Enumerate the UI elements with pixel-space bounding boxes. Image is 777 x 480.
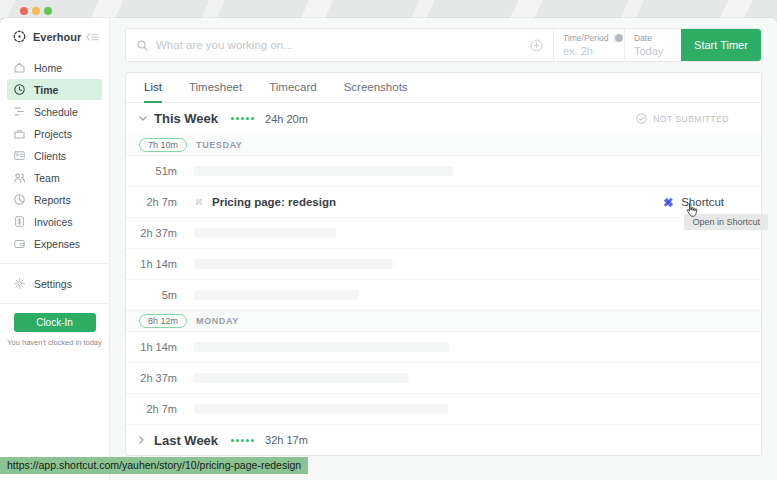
entry-placeholder-bar <box>194 373 409 383</box>
entry-duration: 5m <box>139 289 177 301</box>
sidebar-item-schedule[interactable]: Schedule <box>7 101 102 122</box>
time-period-toggle[interactable] <box>614 33 615 43</box>
clients-icon <box>13 149 26 162</box>
time-entry-row[interactable]: 2h 37m <box>126 217 761 248</box>
tab-timecard[interactable]: Timecard <box>269 73 317 103</box>
sidebar-divider <box>0 303 109 304</box>
entry-duration: 2h 7m <box>139 403 177 415</box>
sidebar-item-label: Time <box>34 84 58 96</box>
clock-in-note: You haven't clocked in today <box>0 338 109 347</box>
sidebar-item-projects[interactable]: Projects <box>7 123 102 144</box>
entry-placeholder-bar <box>194 342 449 352</box>
start-timer-button[interactable]: Start Timer <box>681 29 761 61</box>
team-icon <box>13 171 26 184</box>
entry-duration: 1h 14m <box>139 258 177 270</box>
day-header-monday: 8h 12m MONDAY <box>126 310 761 331</box>
sidebar-item-reports[interactable]: Reports <box>7 189 102 210</box>
brand: Everhour <box>0 30 109 43</box>
tab-screenshots[interactable]: Screenshots <box>344 73 408 103</box>
week-activity-dots <box>231 439 256 442</box>
view-tabs: List Timesheet Timecard Screenshots <box>126 73 761 103</box>
day-name: TUESDAY <box>196 140 242 150</box>
timer-toolbar: Time/Period ex. 2h Date Today Start Time… <box>125 28 762 62</box>
sidebar: Everhour Home Time Schedule Projects <box>0 18 110 480</box>
mouse-cursor-hand-icon <box>685 202 700 223</box>
chevron-right-icon <box>139 436 147 444</box>
search-icon <box>136 39 149 52</box>
sidebar-item-team[interactable]: Team <box>7 167 102 188</box>
day-name: MONDAY <box>196 316 239 326</box>
time-entry-row[interactable]: 51m <box>126 155 761 186</box>
clock-in-button[interactable]: Clock-In <box>14 313 96 332</box>
clock-icon <box>13 83 26 96</box>
entry-placeholder-bar <box>194 290 359 300</box>
time-entry-row[interactable]: 5m <box>126 279 761 310</box>
time-period-field[interactable]: Time/Period ex. 2h <box>554 29 624 61</box>
entry-duration: 1h 14m <box>139 341 177 353</box>
sidebar-item-clients[interactable]: Clients <box>7 145 102 166</box>
entry-placeholder-bar <box>194 228 336 238</box>
task-search-input[interactable] <box>156 39 530 51</box>
sidebar-item-label: Home <box>34 62 62 74</box>
tab-timesheet[interactable]: Timesheet <box>189 73 242 103</box>
time-entry-row[interactable]: 2h 7m <box>126 393 761 424</box>
date-label: Date <box>634 33 652 43</box>
browser-status-url: https://app.shortcut.com/yauhen/story/10… <box>0 457 308 474</box>
sidebar-item-label: Clients <box>34 150 66 162</box>
sidebar-item-label: Reports <box>34 194 71 206</box>
entry-placeholder-bar <box>194 166 453 176</box>
circle-check-icon <box>635 112 648 125</box>
sidebar-item-invoices[interactable]: Invoices <box>7 211 102 232</box>
week-title: Last Week <box>154 433 218 448</box>
sidebar-item-settings[interactable]: Settings <box>7 273 102 294</box>
week-total: 32h 17m <box>265 434 308 446</box>
time-period-label: Time/Period <box>563 33 609 43</box>
close-window-button[interactable] <box>20 7 28 15</box>
time-entry-row[interactable]: 1h 14m <box>126 248 761 279</box>
sidebar-item-expenses[interactable]: Expenses <box>7 233 102 254</box>
week-group-last-week[interactable]: Last Week 32h 17m <box>126 424 761 455</box>
sidebar-item-time[interactable]: Time <box>7 79 102 100</box>
gear-icon <box>13 277 26 290</box>
day-header-tuesday: 7h 10m TUESDAY <box>126 134 761 155</box>
time-entry-row[interactable]: 1h 14m <box>126 331 761 362</box>
everhour-logo-icon <box>13 30 26 43</box>
entry-duration: 2h 7m <box>139 196 177 208</box>
shortcut-story-icon-muted <box>194 197 204 207</box>
time-list-card: List Timesheet Timecard Screenshots This… <box>125 72 762 456</box>
day-total-badge: 8h 12m <box>139 314 187 328</box>
date-value[interactable]: Today <box>634 45 672 57</box>
sidebar-item-label: Projects <box>34 128 72 140</box>
shortcut-logo-icon <box>662 196 675 209</box>
invoices-icon <box>13 215 26 228</box>
home-icon <box>13 61 26 74</box>
zoom-window-button[interactable] <box>44 7 52 15</box>
minimize-window-button[interactable] <box>32 7 40 15</box>
sidebar-nav: Home Time Schedule Projects Clients Team <box>0 57 109 304</box>
time-entry-row[interactable]: 2h 37m <box>126 362 761 393</box>
expenses-icon <box>13 237 26 250</box>
collapse-sidebar-icon[interactable] <box>86 30 99 43</box>
sidebar-item-home[interactable]: Home <box>7 57 102 78</box>
entry-title: Pricing page: redesign <box>212 196 336 208</box>
toggle-knob <box>615 34 623 42</box>
time-entry-row-pricing-page[interactable]: 2h 7m Pricing page: redesign Shortcut Op… <box>126 186 761 217</box>
entry-placeholder-bar <box>194 259 393 269</box>
time-input-placeholder[interactable]: ex. 2h <box>563 45 615 57</box>
entry-placeholder-bar <box>194 404 448 414</box>
main-area: Time/Period ex. 2h Date Today Start Time… <box>110 18 777 480</box>
reports-icon <box>13 193 26 206</box>
sidebar-divider <box>0 263 109 264</box>
date-field[interactable]: Date Today <box>625 29 681 61</box>
add-task-icon[interactable] <box>530 39 543 52</box>
week-group-this-week[interactable]: This Week 24h 20m NOT SUBMITTED <box>126 103 761 134</box>
sidebar-item-label: Team <box>34 172 60 184</box>
sidebar-item-label: Schedule <box>34 106 78 118</box>
tab-list[interactable]: List <box>144 73 162 103</box>
week-activity-dots <box>231 117 256 120</box>
sidebar-item-label: Settings <box>34 278 72 290</box>
submission-status: NOT SUBMITTED <box>635 112 729 125</box>
sidebar-item-label: Expenses <box>34 238 80 250</box>
projects-icon <box>13 127 26 140</box>
app-window: Everhour Home Time Schedule Projects <box>0 18 777 480</box>
